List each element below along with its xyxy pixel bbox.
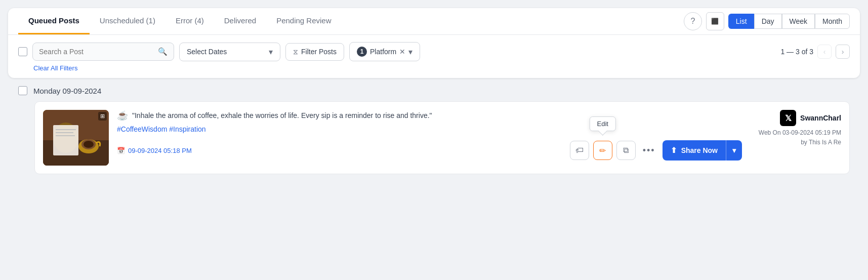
post-content: ☕ "Inhale the aroma of coffee, exhale th… xyxy=(117,110,742,161)
view-list-button[interactable]: List xyxy=(728,14,754,29)
date-group-label: Monday 09-09-2024 xyxy=(33,87,101,95)
share-label: Share Now xyxy=(681,146,718,154)
copy-icon: ⧉ xyxy=(623,146,629,155)
tag-action-button[interactable]: 🏷 xyxy=(570,141,589,160)
post-author-side: 𝕏 SwannCharl Web On 03-09-2024 05:19 PM … xyxy=(750,110,841,147)
image-type-icon: ⊞ xyxy=(98,112,107,121)
post-text: "Inhale the aroma of coffee, exhale the … xyxy=(132,110,432,121)
author-name: SwannCharl xyxy=(800,114,841,122)
post-hashtags: #CoffeeWisdom #Inspiration xyxy=(117,125,742,133)
coffee-icon: ☕ xyxy=(117,110,128,121)
clear-filters-link[interactable]: Clear All Filters xyxy=(8,64,860,78)
video-icon: ⬛ xyxy=(711,18,719,25)
close-icon[interactable]: ✕ xyxy=(399,48,405,56)
tabs-left: Queued Posts Unscheduled (1) Error (4) D… xyxy=(18,8,342,34)
edit-icon: ✏ xyxy=(599,146,606,155)
svg-rect-4 xyxy=(56,129,76,130)
chevron-down-icon: ▾ xyxy=(732,146,736,154)
chevron-down-icon: ▾ xyxy=(269,47,273,57)
tag-icon: 🏷 xyxy=(575,146,584,155)
svg-rect-6 xyxy=(56,135,75,136)
post-footer: 📅 09-09-2024 05:18 PM 🏷 Edit ✏ xyxy=(117,140,742,161)
post-actions: 🏷 Edit ✏ ⧉ •• xyxy=(570,140,742,161)
select-all-checkbox[interactable] xyxy=(18,47,27,56)
video-button[interactable]: ⬛ xyxy=(706,12,724,30)
tab-pending-review[interactable]: Pending Review xyxy=(266,8,341,34)
author-header: 𝕏 SwannCharl xyxy=(780,110,841,126)
next-page-button[interactable]: › xyxy=(836,45,850,59)
edit-button-wrapper: Edit ✏ xyxy=(593,141,612,160)
filters-row: 🔍 Select Dates ▾ ⧖ Filter Posts 1 Platfo… xyxy=(8,35,860,64)
copy-action-button[interactable]: ⧉ xyxy=(616,141,636,160)
date-select[interactable]: Select Dates ▾ xyxy=(179,43,280,61)
main-panel: Queued Posts Unscheduled (1) Error (4) D… xyxy=(8,8,860,78)
svg-point-9 xyxy=(84,141,94,148)
platform-filter-button[interactable]: 1 Platform ✕ ▾ xyxy=(349,42,420,61)
tab-queued-posts[interactable]: Queued Posts xyxy=(18,8,90,34)
share-dropdown-button[interactable]: ▾ xyxy=(726,141,742,159)
view-toggle-group: List Day Week Month xyxy=(728,14,850,29)
date-select-label: Select Dates xyxy=(187,48,227,56)
more-options-button[interactable]: ••• xyxy=(640,145,658,156)
view-day-button[interactable]: Day xyxy=(754,14,782,29)
help-button[interactable]: ? xyxy=(684,12,702,30)
edit-action-button[interactable]: ✏ xyxy=(593,141,612,160)
date-group-header: Monday 09-09-2024 xyxy=(18,86,850,95)
share-main: ⬆ Share Now xyxy=(663,141,726,160)
x-platform-logo: 𝕏 xyxy=(780,110,796,126)
search-icon: 🔍 xyxy=(158,47,168,56)
platform-count-badge: 1 xyxy=(357,47,367,57)
question-icon: ? xyxy=(690,17,695,26)
pagination-label: 1 — 3 of 3 xyxy=(780,48,813,56)
search-box[interactable]: 🔍 xyxy=(32,43,174,61)
post-header-row: ☕ "Inhale the aroma of coffee, exhale th… xyxy=(117,110,742,121)
posts-area: Monday 09-09-2024 xyxy=(8,78,860,182)
prev-page-button[interactable]: ‹ xyxy=(817,45,832,59)
search-input[interactable] xyxy=(39,48,154,56)
pagination: 1 — 3 of 3 ‹ › xyxy=(780,45,850,59)
post-date: 📅 09-09-2024 05:18 PM xyxy=(117,147,192,154)
share-icon: ⬆ xyxy=(671,146,677,155)
tabs-bar: Queued Posts Unscheduled (1) Error (4) D… xyxy=(8,8,860,35)
post-thumbnail: ⊞ xyxy=(43,110,109,166)
view-week-button[interactable]: Week xyxy=(782,14,815,29)
chevron-down-icon: ▾ xyxy=(408,47,412,57)
author-meta: Web On 03-09-2024 05:19 PM by This Is A … xyxy=(759,128,841,147)
prev-arrow-icon: ‹ xyxy=(823,48,826,56)
tabs-right: ? ⬛ List Day Week Month xyxy=(684,12,850,30)
svg-rect-5 xyxy=(56,132,73,133)
filter-posts-button[interactable]: ⧖ Filter Posts xyxy=(285,43,344,61)
next-arrow-icon: › xyxy=(842,48,844,56)
view-month-button[interactable]: Month xyxy=(815,14,850,29)
share-now-button[interactable]: ⬆ Share Now ▾ xyxy=(663,140,742,161)
funnel-icon: ⧖ xyxy=(293,48,298,56)
tab-error[interactable]: Error (4) xyxy=(166,8,214,34)
post-inner: ⊞ ☕ "Inhale the aroma of coffee, exhale … xyxy=(43,110,841,166)
calendar-icon: 📅 xyxy=(117,147,125,154)
post-card: ⊞ ☕ "Inhale the aroma of coffee, exhale … xyxy=(34,101,850,174)
tab-delivered[interactable]: Delivered xyxy=(214,8,266,34)
edit-tooltip: Edit xyxy=(590,116,616,131)
tab-unscheduled[interactable]: Unscheduled (1) xyxy=(90,8,166,34)
date-group-checkbox[interactable] xyxy=(18,86,27,95)
